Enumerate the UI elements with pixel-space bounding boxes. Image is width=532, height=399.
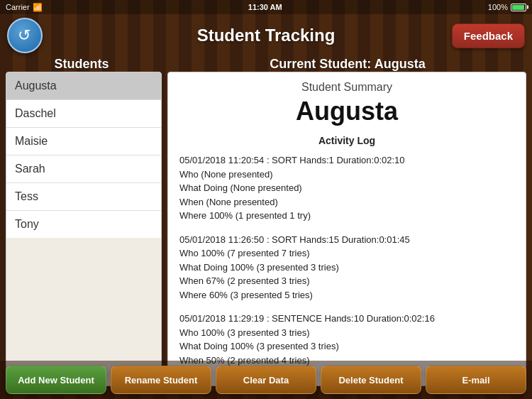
header: ↺ Student Tracking Feedback <box>0 14 532 57</box>
back-arrow-icon: ↺ <box>18 26 31 45</box>
student-item-sarah[interactable]: Sarah <box>6 155 161 183</box>
current-student-header: Current Student: Augusta <box>163 57 532 72</box>
add-student-button[interactable]: Add New Student <box>6 366 106 394</box>
log-entry-1-line5: Where 100% (1 presented 1 try) <box>179 209 514 223</box>
clear-data-button[interactable]: Clear Data <box>216 366 316 394</box>
log-entry-1: 05/01/2018 11:20:54 : SORT Hands:1 Durat… <box>179 153 514 223</box>
log-entry-2-line2: Who 100% (7 presented 7 tries) <box>179 246 514 261</box>
status-left: Carrier 📶 <box>6 3 43 12</box>
students-panel: Augusta Daschel Maisie Sarah Tess Tony <box>6 72 162 386</box>
wifi-icon: 📶 <box>33 3 43 12</box>
battery-fill <box>512 5 524 10</box>
column-headers: Students Current Student: Augusta <box>0 57 532 72</box>
student-item-daschel[interactable]: Daschel <box>6 100 161 128</box>
rename-student-button[interactable]: Rename Student <box>111 366 211 394</box>
toolbar: Add New Student Rename Student Clear Dat… <box>0 361 532 399</box>
feedback-button[interactable]: Feedback <box>452 23 525 48</box>
log-entry-3-line3: What Doing 100% (3 presented 3 tries) <box>179 339 514 354</box>
student-item-tess[interactable]: Tess <box>6 183 161 211</box>
student-item-augusta[interactable]: Augusta <box>6 72 161 100</box>
app-title: Student Tracking <box>197 26 336 45</box>
summary-panel[interactable]: Student Summary Augusta Activity Log 05/… <box>167 72 526 386</box>
log-entry-1-line4: When (None presented) <box>179 195 514 209</box>
back-button[interactable]: ↺ <box>7 18 43 53</box>
log-entry-1-line2: Who (None presented) <box>179 168 514 182</box>
battery-icon <box>511 4 526 11</box>
log-entry-3-line1: 05/01/2018 11:29:19 : SENTENCE Hands:10 … <box>179 312 514 326</box>
log-entry-1-line1: 05/01/2018 11:20:54 : SORT Hands:1 Durat… <box>179 153 514 168</box>
summary-student-name: Augusta <box>179 97 514 126</box>
panels: Augusta Daschel Maisie Sarah Tess Tony S… <box>0 72 532 386</box>
activity-log-title: Activity Log <box>179 135 514 146</box>
summary-title: Student Summary <box>179 81 514 94</box>
status-time: 11:30 AM <box>248 3 282 11</box>
student-item-tony[interactable]: Tony <box>6 211 161 238</box>
log-entry-2-line1: 05/01/2018 11:26:50 : SORT Hands:15 Dura… <box>179 233 514 247</box>
status-bar: Carrier 📶 11:30 AM 100% <box>0 0 532 14</box>
log-entry-2: 05/01/2018 11:26:50 : SORT Hands:15 Dura… <box>179 233 514 302</box>
log-entry-2-line3: What Doing 100% (3 presented 3 tries) <box>179 261 514 275</box>
status-right: 100% <box>488 3 526 11</box>
log-entry-1-line3: What Doing (None presented) <box>179 181 514 195</box>
log-entry-3: 05/01/2018 11:29:19 : SENTENCE Hands:10 … <box>179 312 514 367</box>
log-entry-3-line2: Who 100% (3 presented 3 tries) <box>179 326 514 340</box>
carrier-label: Carrier <box>6 3 30 11</box>
email-button[interactable]: E-mail <box>426 366 526 394</box>
main-content: Students Current Student: Augusta August… <box>0 57 532 361</box>
log-entry-2-line4: When 67% (2 presented 3 tries) <box>179 274 514 288</box>
battery-percentage: 100% <box>488 3 508 11</box>
student-item-maisie[interactable]: Maisie <box>6 128 161 155</box>
students-column-header: Students <box>0 57 163 72</box>
log-entry-2-line5: Where 60% (3 presented 5 tries) <box>179 288 514 302</box>
delete-student-button[interactable]: Delete Student <box>321 366 421 394</box>
